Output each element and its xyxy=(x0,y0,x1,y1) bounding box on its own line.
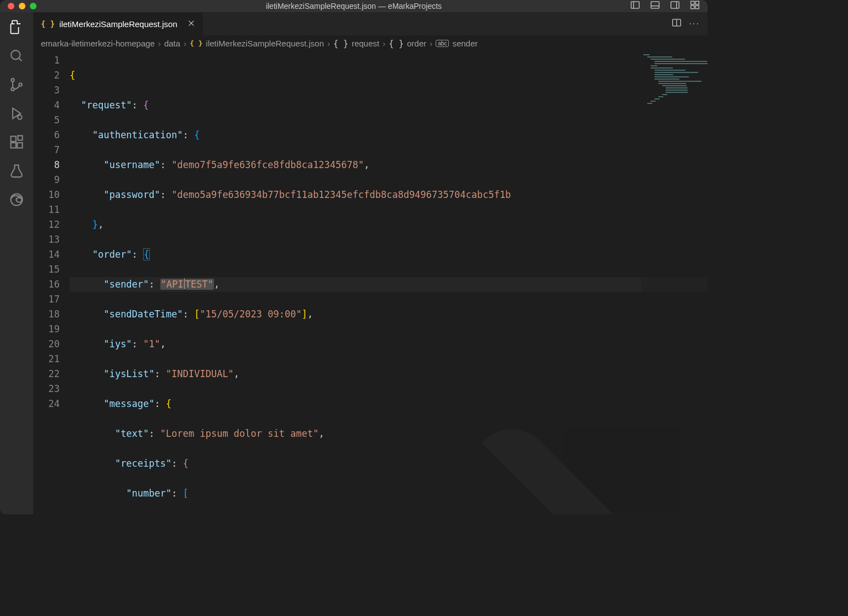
window-controls xyxy=(8,3,36,9)
close-window-button[interactable] xyxy=(8,3,14,9)
editor-area: { } iletiMerkeziSampleRequest.json ··· e… xyxy=(33,12,708,514)
tabs-bar: { } iletiMerkeziSampleRequest.json ··· xyxy=(33,12,708,35)
breadcrumb-file[interactable]: iletiMerkeziSampleRequest.json xyxy=(206,39,324,48)
svg-rect-0 xyxy=(631,2,640,8)
breadcrumb-folder[interactable]: emarka-iletimerkezi-homepage xyxy=(41,39,155,48)
line-number: 12 xyxy=(33,217,60,232)
line-number: 22 xyxy=(33,367,60,382)
svg-rect-4 xyxy=(671,2,679,8)
main-area: { } iletiMerkeziSampleRequest.json ··· e… xyxy=(0,12,708,514)
explorer-icon[interactable] xyxy=(8,19,25,35)
search-icon[interactable] xyxy=(8,48,25,64)
svg-point-16 xyxy=(18,115,22,119)
activity-bar xyxy=(0,12,33,514)
toggle-panel-icon[interactable] xyxy=(650,0,660,12)
minimap[interactable] xyxy=(641,52,708,514)
titlebar: iletiMerkeziSampleRequest.json — eMarkaP… xyxy=(0,0,708,12)
code-line[interactable]: "username": "demo7f5a9fe636fce8fdb8ca123… xyxy=(70,158,708,173)
code-line[interactable]: "order": { xyxy=(70,247,708,262)
more-actions-icon[interactable]: ··· xyxy=(689,19,700,29)
extensions-icon[interactable] xyxy=(8,134,25,150)
code-content[interactable]: { "request": { "authentication": { "user… xyxy=(70,52,708,514)
line-number: 15 xyxy=(33,262,60,277)
line-number: 14 xyxy=(33,247,60,262)
code-line[interactable]: "iys": "1", xyxy=(70,337,708,352)
line-number: 8 xyxy=(33,158,60,173)
code-line[interactable]: "iysList": "INDIVIDUAL", xyxy=(70,367,708,382)
tab-filename: iletiMerkeziSampleRequest.json xyxy=(59,19,177,29)
code-editor[interactable]: 1 2 3 4 5 6 7 8 9 10 11 12 13 14 15 16 1 xyxy=(33,52,708,514)
chevron-right-icon: › xyxy=(158,39,161,48)
tab-active[interactable]: { } iletiMerkeziSampleRequest.json xyxy=(33,12,203,35)
line-number: 2 xyxy=(33,68,60,83)
svg-rect-21 xyxy=(17,143,22,148)
json-file-icon: { } xyxy=(41,19,55,28)
line-number: 5 xyxy=(33,113,60,128)
svg-point-14 xyxy=(19,83,22,86)
svg-rect-20 xyxy=(11,143,16,148)
line-number: 19 xyxy=(33,322,60,337)
json-file-icon: { } xyxy=(190,39,202,48)
edge-tools-icon[interactable] xyxy=(8,191,25,208)
line-number: 11 xyxy=(33,202,60,217)
code-line[interactable]: "message": { xyxy=(70,396,708,411)
close-tab-icon[interactable] xyxy=(187,19,195,29)
object-icon: { } xyxy=(333,39,348,49)
svg-point-10 xyxy=(11,50,20,59)
svg-point-12 xyxy=(11,79,14,81)
svg-line-11 xyxy=(19,58,22,61)
chevron-right-icon: › xyxy=(184,39,186,48)
object-icon: { } xyxy=(389,39,404,49)
code-line[interactable]: "authentication": { xyxy=(70,128,708,143)
run-debug-icon[interactable] xyxy=(8,105,25,122)
line-number: 16 xyxy=(33,277,60,292)
svg-rect-6 xyxy=(691,1,694,4)
line-number: 7 xyxy=(33,143,60,158)
line-gutter: 1 2 3 4 5 6 7 8 9 10 11 12 13 14 15 16 1 xyxy=(33,52,70,514)
breadcrumbs[interactable]: emarka-iletimerkezi-homepage › data › { … xyxy=(33,35,708,52)
line-number: 6 xyxy=(33,128,60,143)
code-line[interactable]: "receipts": { xyxy=(70,456,708,471)
line-number: 18 xyxy=(33,307,60,322)
layout-controls xyxy=(630,0,700,12)
line-number: 20 xyxy=(33,337,60,352)
breadcrumb-node-order[interactable]: order xyxy=(407,39,426,48)
minimize-window-button[interactable] xyxy=(19,3,25,9)
source-control-icon[interactable] xyxy=(8,76,25,93)
code-line[interactable]: }, xyxy=(70,217,708,232)
svg-rect-19 xyxy=(11,137,16,142)
code-line[interactable]: "sendDateTime": ["15/05/2023 09:00"], xyxy=(70,307,708,322)
line-number: 9 xyxy=(33,173,60,187)
svg-rect-2 xyxy=(651,2,659,8)
breadcrumb-subfolder[interactable]: data xyxy=(164,39,180,48)
code-line[interactable]: "number": [ xyxy=(70,486,708,501)
code-line[interactable]: { xyxy=(70,68,708,83)
line-number: 1 xyxy=(33,53,60,68)
code-line[interactable]: "sender": "APITEST", xyxy=(70,277,708,292)
breadcrumb-node-sender[interactable]: sender xyxy=(452,39,478,48)
maximize-window-button[interactable] xyxy=(30,3,36,9)
svg-rect-9 xyxy=(695,6,699,9)
svg-rect-7 xyxy=(695,1,699,4)
toggle-primary-sidebar-icon[interactable] xyxy=(630,0,640,12)
line-number: 23 xyxy=(33,382,60,396)
code-line[interactable]: "password": "demo5a9fe636934b77bcf11ab12… xyxy=(70,187,708,202)
line-number: 21 xyxy=(33,352,60,367)
window-title: iletiMerkeziSampleRequest.json — eMarkaP… xyxy=(0,2,708,11)
testing-icon[interactable] xyxy=(8,163,25,179)
chevron-right-icon: › xyxy=(430,39,432,48)
code-line[interactable]: "request": { xyxy=(70,98,708,113)
app-window: iletiMerkeziSampleRequest.json — eMarkaP… xyxy=(0,0,708,514)
code-line[interactable]: "text": "Lorem ipsum dolor sit amet", xyxy=(70,426,708,441)
toggle-secondary-sidebar-icon[interactable] xyxy=(670,0,680,12)
svg-rect-22 xyxy=(18,135,22,140)
breadcrumb-node-request[interactable]: request xyxy=(352,39,379,48)
split-editor-icon[interactable] xyxy=(672,18,682,30)
customize-layout-icon[interactable] xyxy=(690,0,700,12)
line-number: 3 xyxy=(33,83,60,98)
chevron-right-icon: › xyxy=(327,39,330,48)
line-number: 10 xyxy=(33,187,60,202)
line-number: 4 xyxy=(33,98,60,113)
svg-point-13 xyxy=(11,87,14,90)
svg-rect-8 xyxy=(691,6,694,9)
